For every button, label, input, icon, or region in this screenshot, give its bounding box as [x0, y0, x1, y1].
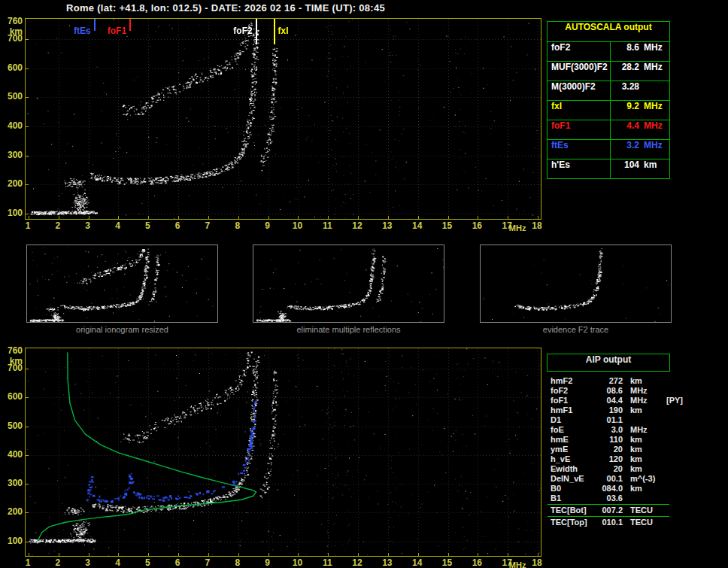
parameter-label: M(3000)F2: [548, 81, 611, 100]
x-tick-label: 12: [348, 220, 366, 231]
parameter-unit: MHz: [644, 101, 663, 120]
autoscala-row-muf3000f2: MUF(3000)F228.2MHz: [548, 61, 669, 80]
y-tick-label: 400: [2, 120, 23, 131]
parameter-label: hmF1: [551, 405, 597, 415]
parameter-value: 3.2: [611, 140, 639, 159]
x-tick-label: 9: [259, 557, 277, 568]
x-tick-label: 7: [199, 557, 217, 568]
parameter-unit: MHz: [644, 42, 663, 61]
y-axis-unit-label: km: [2, 26, 23, 37]
aip-row-foe: foE3.0MHz: [548, 425, 728, 435]
x-tick-label: 4: [108, 557, 126, 568]
x-tick-label: 2: [49, 557, 67, 568]
x-tick-label: 14: [408, 557, 426, 568]
aip-row-hmf1: hmF1190km: [548, 405, 728, 415]
x-tick-label: 18: [528, 220, 546, 231]
x-tick-label: 11: [318, 557, 336, 568]
autoscala-output-panel: AUTOSCALA output foF28.6MHzMUF(3000)F228…: [547, 21, 670, 179]
parameter-value: 20: [597, 464, 623, 473]
parameter-value: 110: [597, 435, 623, 444]
y-tick-label: 500: [2, 91, 23, 102]
aip-separator-line: [548, 516, 669, 517]
marker-label-fof1: foF1: [83, 26, 126, 36]
x-tick-label: 3: [79, 557, 97, 568]
aip-row-ewidth: Ewidth20km: [548, 464, 728, 474]
parameter-value: 3.28: [611, 81, 639, 100]
x-tick-label: 10: [288, 557, 306, 568]
parameter-label: foF1: [548, 120, 611, 139]
autoscala-row-fxi: fxI9.2MHz: [548, 100, 669, 120]
parameter-unit: MHz: [644, 120, 663, 139]
parameter-value-cell: 4.4MHz: [611, 120, 669, 139]
x-tick-label: 13: [378, 557, 396, 568]
y-tick-label: 100: [2, 208, 23, 218]
parameter-unit: km: [644, 159, 657, 178]
thumbnail-no-multiples-caption: eliminate multiple reflections: [253, 325, 444, 334]
thumbnail-original-panel: [26, 245, 218, 323]
x-tick-label: 13: [378, 220, 396, 231]
x-tick-label: 10: [288, 220, 306, 231]
x-tick-label: 16: [468, 220, 486, 231]
aip-row-yme: ymE20km: [548, 445, 728, 454]
parameter-unit: MHz: [630, 396, 666, 405]
y-tick-label: 300: [2, 150, 23, 160]
x-tick-label: 6: [168, 557, 187, 568]
parameter-value: 28.2: [611, 62, 639, 80]
parameter-value: 120: [597, 454, 623, 463]
aip-row-hmf2: hmF2272km: [548, 376, 728, 386]
y-axis-unit-label: km: [2, 356, 23, 366]
aip-row-tectop: TEC[Top]010.1TECU: [548, 518, 728, 527]
parameter-unit: MHz: [644, 140, 663, 159]
thumbnail-f2-trace-panel: [480, 245, 672, 323]
parameter-value-cell: 3.2MHz: [611, 140, 669, 159]
autoscala-row-hes: h'Es104km: [548, 159, 669, 178]
aip-row-tecbot: TEC[Bot]007.2TECU: [548, 506, 728, 515]
x-tick-label: 8: [229, 220, 247, 231]
parameter-unit: MHz: [630, 425, 666, 434]
autoscala-row-fof1: foF14.4MHz: [548, 120, 669, 139]
marker-label-fof2: foF2: [210, 26, 253, 36]
y-tick-label: 200: [2, 178, 23, 189]
parameter-unit: km: [630, 445, 666, 454]
x-tick-label: 5: [138, 557, 156, 568]
parameter-value-cell: 3.28: [611, 81, 669, 100]
parameter-label: B1: [551, 494, 597, 503]
parameter-label: foF1: [551, 396, 597, 405]
aip-row-hme: hmE110km: [548, 435, 728, 445]
x-tick-label: 8: [229, 557, 247, 568]
parameter-label: hmF2: [551, 376, 597, 385]
parameter-label: h_vE: [551, 454, 597, 463]
parameter-label: TEC[Top]: [551, 518, 597, 527]
parameter-unit: km: [630, 454, 666, 463]
y-tick-label: 300: [2, 478, 23, 488]
aip-table: hmF2272kmfoF208.6MHzfoF104.4MHz[PY]hmF11…: [548, 376, 728, 527]
y-tick-label: 600: [2, 62, 23, 73]
autoscala-row-fof2: foF28.6MHz: [548, 41, 669, 61]
x-tick-label: 12: [348, 557, 366, 568]
parameter-value-cell: 9.2MHz: [611, 101, 669, 120]
aip-row-fof2: foF208.6MHz: [548, 386, 728, 396]
x-tick-label: 1: [19, 557, 37, 568]
parameter-label: MUF(3000)F2: [548, 62, 611, 80]
thumbnail-f2-trace-canvas: [481, 245, 671, 322]
parameter-unit: MHz: [630, 386, 666, 395]
autoscala-row-m3000f2: M(3000)F23.28: [548, 80, 669, 100]
x-tick-label: 4: [108, 220, 126, 231]
parameter-value: 3.0: [597, 425, 623, 434]
x-tick-label: 3: [79, 220, 97, 231]
x-tick-label: 11: [318, 220, 336, 231]
parameter-value: 03.6: [597, 494, 623, 503]
parameter-value-cell: 8.6MHz: [611, 42, 669, 61]
aip-row-b1: B103.6: [548, 494, 728, 503]
x-tick-label: 2: [49, 220, 67, 231]
parameter-label: ymE: [551, 445, 597, 454]
thumbnail-no-multiples-panel: [253, 245, 444, 323]
parameter-label: D1: [551, 415, 597, 424]
ionogram-canvas-top: [26, 19, 541, 219]
parameter-value: 272: [597, 376, 623, 385]
x-tick-label: 7: [199, 220, 217, 231]
thumbnail-original-canvas: [27, 245, 217, 322]
marker-label-fxi: fxI: [278, 26, 316, 36]
x-tick-label: 14: [408, 220, 426, 231]
x-tick-label: 18: [528, 557, 546, 568]
